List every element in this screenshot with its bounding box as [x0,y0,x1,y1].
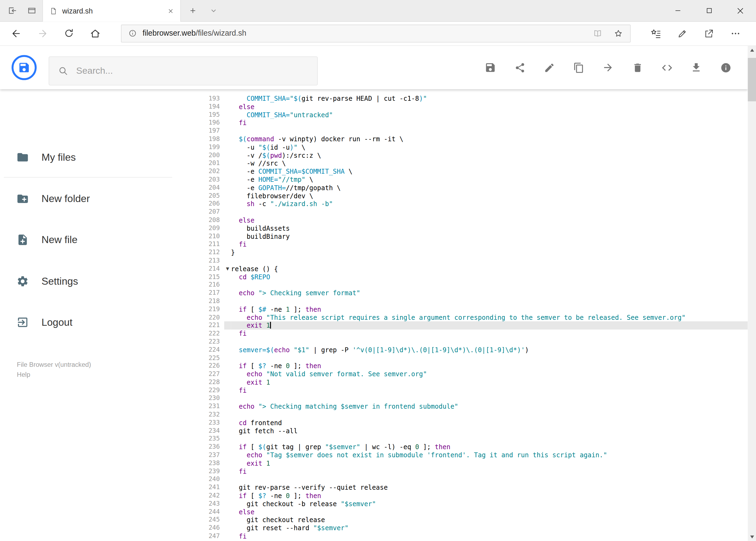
code-line[interactable]: 195 COMMIT_SHA="untracked" [176,111,748,119]
raw-code-button[interactable] [661,62,672,74]
code-line[interactable]: 193 COMMIT_SHA="$(git rev-parse HEAD | c… [176,95,748,103]
reading-view-icon[interactable] [593,28,603,39]
code-line[interactable]: 244 else [176,508,748,516]
tab-close-icon[interactable] [168,8,173,14]
code-line[interactable]: 242 if [ $? -ne 0 ]; then [176,492,748,500]
copy-button[interactable] [573,62,584,74]
maximize-button[interactable] [693,0,725,21]
code-line[interactable]: 224 semver=$(echo "$1" | grep -P '^v(0|[… [176,346,748,354]
code-line[interactable]: 214▼release () { [176,265,748,273]
scroll-down-arrow-icon[interactable] [748,533,756,541]
code-line[interactable]: 236 if [ $(git tag | grep "$semver" | wc… [176,443,748,451]
code-line[interactable]: 196 fi [176,119,748,127]
code-line[interactable]: 230 [176,394,748,402]
new-tab-button[interactable] [184,2,201,19]
code-line[interactable]: 207 [176,208,748,216]
code-line[interactable]: 223 [176,337,748,346]
code-line[interactable]: 227 echo "Not valid semver format. See s… [176,370,748,378]
code-line[interactable]: 211 fi [176,241,748,249]
code-line[interactable]: 218 [176,297,748,305]
code-line[interactable]: 234 git fetch --all [176,427,748,435]
sidebar-item-new-file[interactable]: New file [0,226,176,254]
search-box[interactable] [49,56,318,85]
code-line[interactable]: 237 echo "Tag $semver does not exist in … [176,451,748,459]
code-line[interactable]: 212} [176,249,748,257]
code-line[interactable]: 206 sh -c "./wizard.sh -b" [176,200,748,208]
code-line[interactable]: 232 [176,410,748,419]
code-line[interactable]: 217 echo "> Checking semver format" [176,289,748,297]
share-button[interactable] [514,62,526,74]
code-line[interactable]: 246 git reset --hard "$semver" [176,524,748,532]
url-field[interactable]: filebrowser.web/files/wizard.sh [121,24,631,42]
code-line[interactable]: 247 fi [176,532,748,540]
move-button[interactable] [602,62,614,74]
help-link[interactable]: Help [17,369,91,380]
code-line[interactable]: 240 [176,475,748,483]
code-editor[interactable]: 193 COMMIT_SHA="$(git rev-parse HEAD | c… [176,89,748,541]
code-line[interactable]: 203 -e HOME="//tmp" \ [176,176,748,184]
code-line[interactable]: 215 cd $REPO [176,273,748,281]
code-line[interactable]: 228 exit 1 [176,378,748,386]
download-button[interactable] [690,62,702,74]
home-button[interactable] [86,24,105,43]
delete-button[interactable] [631,62,643,74]
tab-preview-toggle-button[interactable] [205,2,222,19]
code-line[interactable]: 231 echo "> Checking matching $semver in… [176,402,748,410]
share-icon[interactable] [703,28,715,39]
info-button[interactable] [720,62,731,74]
code-line[interactable]: 225 [176,354,748,362]
close-button[interactable] [725,0,756,21]
rename-button[interactable] [543,62,555,74]
code-line[interactable]: 216 [176,281,748,289]
code-line[interactable]: 194 else [176,103,748,111]
file-browser-logo[interactable] [12,55,37,80]
sidebar-item-settings[interactable]: Settings [0,268,176,295]
favorite-star-icon[interactable] [613,28,624,39]
code-line[interactable]: 220 echo "This release script requires a… [176,313,748,321]
code-line[interactable]: 245 git checkout release [176,516,748,524]
code-line[interactable]: 238 exit 1 [176,459,748,467]
code-line[interactable]: 213 [176,257,748,265]
code-line[interactable]: 229 fi [176,386,748,394]
scroll-up-arrow-icon[interactable] [748,46,756,54]
code-line[interactable]: 241 git rev-parse --verify --quiet relea… [176,483,748,492]
sidebar-item-my-files[interactable]: My files [0,144,176,171]
code-line[interactable]: 197 [176,127,748,135]
code-line[interactable]: 205 filebrowser/dev \ [176,192,748,200]
search-input[interactable] [75,65,289,77]
code-line[interactable]: 239 fi [176,467,748,475]
code-line[interactable]: 202 -e COMMIT_SHA=$COMMIT_SHA \ [176,168,748,176]
code-line[interactable]: 235 [176,435,748,443]
back-button[interactable] [7,24,26,43]
info-circle-icon[interactable] [128,29,137,38]
code-line[interactable]: 222 fi [176,329,748,337]
minimize-button[interactable] [662,0,693,21]
save-button[interactable] [484,62,496,74]
set-tabs-aside-button[interactable] [4,2,21,19]
hub-favorites-icon[interactable] [650,28,661,39]
page-scrollbar[interactable] [748,46,756,541]
code-line[interactable]: 221 exit 1 [176,321,748,329]
code-line[interactable]: 226 if [ $? -ne 0 ]; then [176,362,748,370]
code-line[interactable]: 198 $(command -v winpty) docker run --rm… [176,135,748,143]
fold-arrow-icon[interactable]: ▼ [226,266,229,271]
code-line[interactable]: 208 else [176,216,748,224]
forward-button[interactable] [33,24,52,43]
scrollbar-thumb[interactable] [748,58,756,101]
code-line[interactable]: 199 -u "$(id -u)" \ [176,143,748,151]
refresh-button[interactable] [59,24,79,43]
code-line[interactable]: 233 cd frontend [176,419,748,427]
code-line[interactable]: 243 git checkout -b release "$semver" [176,500,748,508]
tabs-aside-list-button[interactable] [23,2,41,19]
code-line[interactable]: 219 if [ $# -ne 1 ]; then [176,305,748,313]
sidebar-item-new-folder[interactable]: New folder [0,185,176,212]
sidebar-item-logout[interactable]: Logout [0,309,176,336]
code-line[interactable]: 200 -v /$(pwd):/src:z \ [176,151,748,159]
code-line[interactable]: 209 buildAssets [176,224,748,232]
code-line[interactable]: 201 -w //src \ [176,159,748,168]
code-line[interactable]: 204 -e GOPATH=//tmp/gopath \ [176,184,748,192]
code-line[interactable]: 210 buildBinary [176,232,748,241]
web-note-pen-icon[interactable] [676,28,688,39]
browser-tab-wizard-sh[interactable]: wizard.sh [42,0,181,22]
more-options-icon[interactable] [730,28,741,39]
